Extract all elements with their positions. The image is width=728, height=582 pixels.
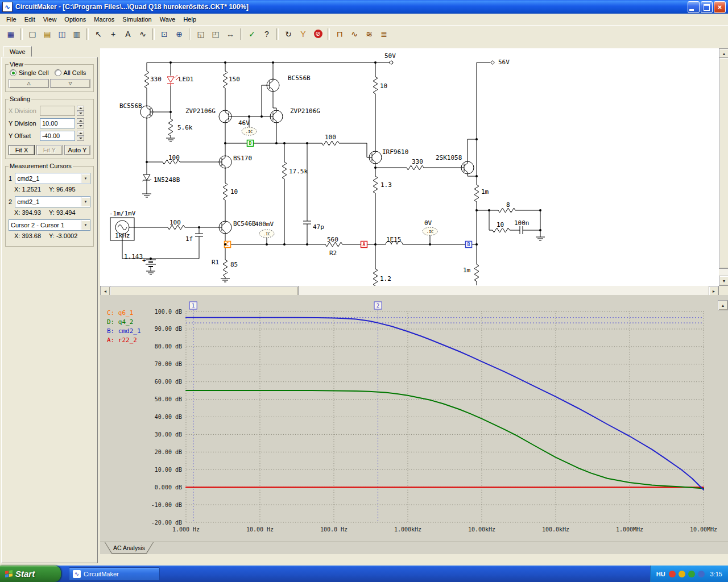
menu-edit[interactable]: Edit <box>20 15 39 24</box>
zoom-select-button[interactable]: ⊡ <box>158 27 171 40</box>
tab-wave[interactable]: Wave <box>3 46 32 57</box>
wire-tool-button[interactable]: + <box>106 27 120 40</box>
spin-down-icon[interactable] <box>77 111 84 116</box>
text-tool-button[interactable]: A <box>121 27 135 40</box>
digital-scope-button[interactable]: ⊓ <box>333 27 346 40</box>
spin-down-icon[interactable] <box>77 136 84 141</box>
volume-tray-icon[interactable] <box>679 571 685 577</box>
spin-up-icon[interactable] <box>77 131 84 136</box>
spin-down-icon[interactable] <box>77 123 84 128</box>
restore-button[interactable] <box>701 1 713 13</box>
plot-scroll-up-button[interactable]: ▲ <box>718 300 728 310</box>
messenger-tray-icon[interactable] <box>698 571 705 577</box>
vscroll-thumb[interactable] <box>719 57 728 269</box>
radio-single-cell[interactable]: Single Cell <box>10 69 49 76</box>
chevron-down-icon[interactable]: ▼ <box>81 174 90 183</box>
spin-up-icon[interactable] <box>77 118 84 123</box>
taskbar-item-circuitmaker[interactable]: ∿ CircuitMaker <box>69 567 160 581</box>
part-browser-icon: ▦ <box>7 30 14 39</box>
wave-tool-button[interactable]: ∿ <box>136 27 150 40</box>
schematic-vscrollbar[interactable]: ▲ ▼ <box>719 48 728 286</box>
print-icon: ▥ <box>73 30 80 39</box>
svg-text:ZVP2106G: ZVP2106G <box>290 107 320 115</box>
cursor1-signal-select[interactable]: cmd2_1 ▼ <box>15 173 90 184</box>
run-simulation-button[interactable]: ✓ <box>245 27 259 40</box>
svg-text:2: 2 <box>377 303 379 309</box>
reset-button[interactable]: ↻ <box>282 27 295 40</box>
menu-wave[interactable]: Wave <box>156 15 180 24</box>
clock[interactable]: 3:15 <box>710 571 722 577</box>
bode-plot-button[interactable]: ≋ <box>362 27 376 40</box>
analog-scope-button[interactable]: ∿ <box>348 27 361 40</box>
print-button[interactable]: ▥ <box>70 27 84 40</box>
menu-macros[interactable]: Macros <box>90 15 118 24</box>
taskbar: Start ∿ CircuitMaker HU 3:15 <box>0 566 728 582</box>
arrow-tool-button[interactable]: ↖ <box>92 27 105 40</box>
previous-cell-button[interactable]: △ <box>9 79 49 88</box>
language-indicator[interactable]: HU <box>656 571 665 577</box>
schematic-hscrollbar[interactable]: ◄ ► <box>100 286 719 295</box>
x-division-input[interactable] <box>40 106 75 116</box>
digital-scope-icon: ⊓ <box>337 30 343 39</box>
scrollbar-corner <box>719 286 728 295</box>
stop-simulation-button[interactable]: ⊘ <box>311 27 325 40</box>
open-file-button[interactable]: ▤ <box>40 27 54 40</box>
network-tray-icon[interactable] <box>688 571 695 577</box>
fit-x-button[interactable]: Fit X <box>9 145 35 155</box>
next-cell-button[interactable]: ▽ <box>50 79 90 88</box>
y-offset-stepper[interactable] <box>77 131 84 141</box>
save-file-button[interactable]: ◫ <box>55 27 69 40</box>
schematic-canvas[interactable]: .IC.IC.ICDCAB330LED1150BC556B50V1056VBC5… <box>100 48 719 286</box>
toolbar-separator <box>276 28 279 40</box>
fit-window-button[interactable]: ↔ <box>224 27 237 40</box>
part-browser-button[interactable]: ▦ <box>4 27 18 40</box>
menu-view[interactable]: View <box>39 15 61 24</box>
cursor-diff-select[interactable]: Cursor 2 - Cursor 1 ▼ <box>9 219 90 231</box>
y-offset-input[interactable] <box>40 131 75 141</box>
fit-y-button[interactable]: Fit Y <box>36 145 63 155</box>
toolbar-separator <box>86 28 89 40</box>
menu-help[interactable]: Help <box>179 15 200 24</box>
new-file-icon: ▢ <box>28 30 36 39</box>
antivirus-tray-icon[interactable] <box>669 571 676 577</box>
zoom-page-button[interactable]: ◱ <box>194 27 208 40</box>
new-file-button[interactable]: ▢ <box>26 27 39 40</box>
svg-text:B: B <box>468 242 470 247</box>
probe-tool-button[interactable]: Y <box>296 27 310 40</box>
menu-options[interactable]: Options <box>60 15 90 24</box>
window-title: CircuitMaker - [C:\Program Files\...\Qua… <box>15 3 688 11</box>
zoom-all-button[interactable]: ◰ <box>209 27 222 40</box>
close-button[interactable]: × <box>714 1 726 13</box>
svg-text:85: 85 <box>230 261 238 268</box>
zoom-tool-button[interactable]: ⊕ <box>172 27 186 40</box>
data-table-button[interactable]: ≣ <box>377 27 391 40</box>
app-icon: ∿ <box>2 2 13 12</box>
help-button[interactable]: ? <box>260 27 274 40</box>
svg-text:B: cmd2_1: B: cmd2_1 <box>107 327 141 335</box>
tab-ac-analysis[interactable]: AC Analysis <box>105 542 154 554</box>
auto-y-button[interactable]: Auto Y <box>64 145 90 155</box>
spin-up-icon[interactable] <box>77 106 84 111</box>
svg-text:70.00 dB: 70.00 dB <box>155 361 182 367</box>
chevron-down-icon[interactable]: ▼ <box>81 197 90 206</box>
svg-text:400mV: 400mV <box>255 221 274 228</box>
svg-text:C: C <box>226 242 229 247</box>
cursor1-y-readout: Y: 96.495 <box>49 186 76 193</box>
svg-text:1m: 1m <box>463 267 471 274</box>
scroll-down-button[interactable]: ▼ <box>719 276 728 286</box>
svg-text:5.6k: 5.6k <box>177 124 193 131</box>
chevron-down-icon[interactable]: ▼ <box>81 221 90 230</box>
cursor2-signal-select[interactable]: cmd2_1 ▼ <box>15 196 90 207</box>
radio-all-cells[interactable]: All Cells <box>55 69 86 76</box>
menu-simulation[interactable]: Simulation <box>118 15 155 24</box>
waveform-plot[interactable]: 100.0 dB90.00 dB80.00 dB70.00 dB60.00 dB… <box>100 295 720 542</box>
y-division-stepper[interactable] <box>77 118 84 128</box>
start-button[interactable]: Start <box>0 566 61 582</box>
x-division-stepper[interactable] <box>77 106 84 116</box>
minimize-button[interactable] <box>688 1 700 13</box>
toolbar-separator <box>152 28 155 40</box>
menu-file[interactable]: File <box>2 15 20 24</box>
y-division-input[interactable] <box>40 118 75 128</box>
plot-tabbar: AC Analysis <box>100 542 728 554</box>
minimize-icon <box>689 9 694 11</box>
